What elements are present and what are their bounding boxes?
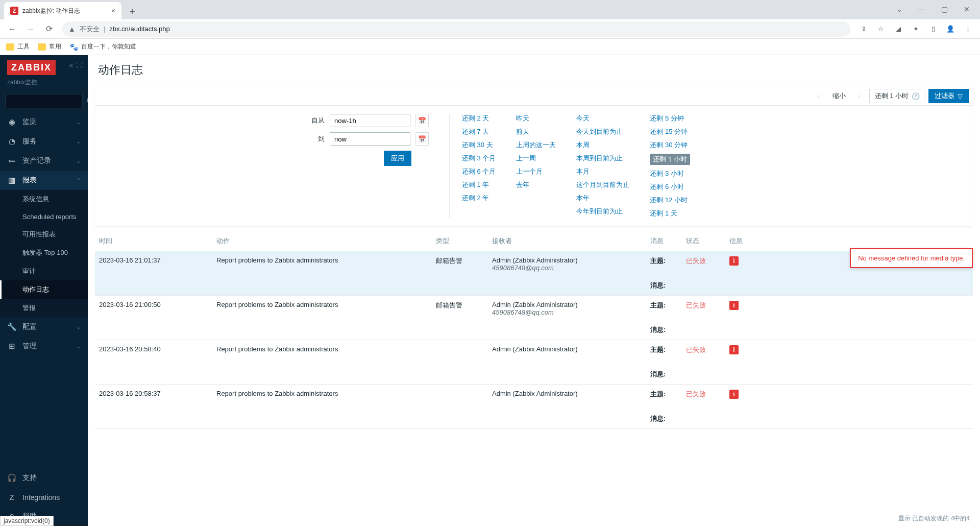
tab-close-icon[interactable]: × (111, 7, 115, 15)
time-prev-icon[interactable]: ‹ (812, 89, 825, 103)
sidebar-bottom-item[interactable]: 🎧支持 (0, 468, 88, 488)
devtools-icon[interactable]: ◢ (890, 21, 906, 37)
sidebar-item[interactable]: ▥报表⌃ (0, 171, 88, 190)
time-range-tab[interactable]: 还剩 1 小时 🕐 (869, 89, 925, 103)
sidebar-item[interactable]: 🔧配置⌄ (0, 317, 88, 337)
back-button[interactable]: ← (4, 21, 20, 37)
time-preset[interactable]: 还剩 1 年 (462, 180, 496, 189)
filter-toggle-button[interactable]: 过滤器 ▽ (928, 89, 969, 103)
time-preset[interactable]: 还剩 7 天 (462, 127, 496, 136)
menu-label: 服务 (22, 137, 37, 146)
browser-tab[interactable]: Z zabbix监控: 动作日志 × (4, 2, 121, 19)
time-preset[interactable]: 今天 (576, 114, 629, 123)
time-preset[interactable]: 前天 (516, 127, 556, 136)
time-preset[interactable]: 还剩 3 个月 (462, 154, 496, 163)
sidebar-subitem[interactable]: 系统信息 (0, 190, 88, 208)
expand-icon[interactable]: ⛶ (76, 61, 83, 69)
time-preset[interactable]: 上一个月 (516, 167, 556, 176)
from-input[interactable] (330, 114, 410, 127)
time-preset[interactable]: 还剩 15 分钟 (650, 127, 690, 136)
to-input[interactable] (330, 132, 410, 146)
sidebar-subitem[interactable]: 动作日志 (0, 280, 88, 299)
calendar-icon[interactable]: 📅 (415, 132, 429, 146)
time-preset[interactable]: 还剩 1 天 (650, 209, 690, 218)
forward-button[interactable]: → (22, 21, 39, 37)
time-preset[interactable]: 上周的这一天 (516, 140, 556, 150)
url-input[interactable]: ▲ 不安全 | zbx.cn/auditacts.php (62, 21, 850, 37)
sidebar-search[interactable]: 🔍 (5, 94, 83, 108)
time-preset[interactable]: 去年 (516, 180, 556, 189)
time-preset[interactable]: 本月 (576, 167, 629, 176)
minimize-icon[interactable]: — (911, 2, 933, 16)
time-preset[interactable]: 还剩 6 个月 (462, 167, 496, 176)
cell-time: 2023-03-16 20:58:40 (95, 340, 212, 385)
time-preset[interactable]: 还剩 2 天 (462, 114, 496, 123)
new-tab-button[interactable]: + (126, 5, 139, 19)
col-recipient[interactable]: 接收者 (488, 231, 646, 251)
sidebar-item[interactable]: ⊞管理⌄ (0, 337, 88, 356)
time-preset[interactable]: 本年 (576, 194, 629, 203)
main-content: 动作日志 ‹ 缩小 › 还剩 1 小时 🕐 过滤器 ▽ 自从 (88, 55, 980, 526)
time-preset[interactable]: 还剩 30 分钟 (650, 140, 690, 150)
from-label: 自从 (311, 116, 325, 125)
logo[interactable]: ZABBIX (7, 60, 56, 75)
profile-icon[interactable]: 👤 (942, 21, 959, 37)
zoom-out-button[interactable]: 缩小 (828, 89, 850, 103)
sidebar-item[interactable]: ◉监测⌄ (0, 112, 88, 132)
time-preset[interactable]: 今年到目前为止 (576, 207, 629, 216)
col-type[interactable]: 类型 (432, 231, 488, 251)
time-preset[interactable]: 昨天 (516, 114, 556, 123)
extensions-icon[interactable]: ✦ (908, 21, 924, 37)
bookmark-folder[interactable]: 工具 (6, 42, 30, 51)
sidebar-bottom-item[interactable]: ZIntegrations (0, 488, 88, 507)
time-preset[interactable]: 本周到目前为止 (576, 154, 629, 163)
bookmark-item[interactable]: 🐾百度一下，你就知道 (69, 42, 136, 51)
side-panel-icon[interactable]: ▯ (925, 21, 941, 37)
time-preset[interactable]: 还剩 1 小时 (650, 154, 690, 165)
col-action[interactable]: 动作 (212, 231, 432, 251)
sidebar-subitem[interactable]: 审计 (0, 262, 88, 280)
search-input[interactable] (10, 98, 86, 105)
sidebar-subitem[interactable]: 可用性报表 (0, 225, 88, 244)
error-info-icon[interactable]: i (729, 390, 739, 399)
collapse-icon[interactable]: « (69, 61, 73, 69)
col-time[interactable]: 时间 (95, 231, 212, 251)
sidebar-subitem[interactable]: 触发器 Top 100 (0, 244, 88, 262)
calendar-icon[interactable]: 📅 (415, 114, 429, 127)
error-info-icon[interactable]: i (729, 345, 739, 354)
cell-message: 主题:消息: (646, 251, 682, 296)
menu-label: 管理 (22, 342, 37, 351)
time-preset[interactable]: 这个月到目前为止 (576, 180, 629, 189)
time-preset[interactable]: 本周 (576, 140, 629, 150)
sidebar-subitem[interactable]: 警报 (0, 299, 88, 317)
col-status[interactable]: 状态 (682, 231, 725, 251)
menu-icon[interactable]: ⋮ (960, 21, 976, 37)
share-icon[interactable]: ⇪ (855, 21, 872, 37)
cell-recipient: Admin (Zabbix Administrator)459086748@qq… (488, 251, 646, 296)
time-preset[interactable]: 还剩 6 小时 (650, 182, 690, 192)
time-preset[interactable]: 还剩 5 分钟 (650, 114, 690, 123)
cell-type: 邮箱告警 (432, 296, 488, 340)
reload-button[interactable]: ⟳ (41, 21, 57, 37)
time-preset[interactable]: 上一周 (516, 154, 556, 163)
error-info-icon[interactable]: i (729, 301, 739, 310)
tab-title: zabbix监控: 动作日志 (22, 7, 107, 15)
maximize-icon[interactable]: ▢ (933, 2, 955, 16)
close-window-icon[interactable]: ✕ (955, 2, 978, 16)
sidebar-item[interactable]: ◔服务⌄ (0, 132, 88, 151)
time-preset[interactable]: 今天到目前为止 (576, 127, 629, 136)
apply-button[interactable]: 应用 (384, 151, 411, 166)
time-preset[interactable]: 还剩 2 年 (462, 194, 496, 203)
sidebar-item[interactable]: ≔资产记录⌄ (0, 151, 88, 171)
error-info-icon[interactable]: i (729, 256, 739, 266)
sidebar-subitem[interactable]: Scheduled reports (0, 208, 88, 225)
bookmark-star-icon[interactable]: ☆ (873, 21, 889, 37)
time-preset[interactable]: 还剩 12 小时 (650, 196, 690, 205)
col-message[interactable]: 消息 (646, 231, 682, 251)
bookmark-folder[interactable]: 常用 (38, 42, 61, 51)
time-next-icon[interactable]: › (853, 89, 866, 103)
time-preset[interactable]: 还剩 3 小时 (650, 169, 690, 178)
chevron-down-icon[interactable]: ⌄ (888, 2, 911, 16)
time-preset[interactable]: 还剩 30 天 (462, 140, 496, 150)
cell-message: 主题:消息: (646, 296, 682, 340)
